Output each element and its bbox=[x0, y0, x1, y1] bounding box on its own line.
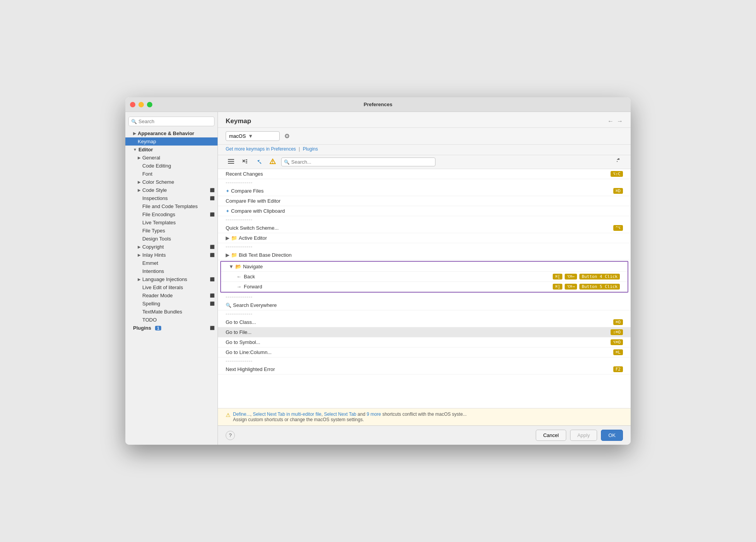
warning-row: ⚠ Define..., Select Next Tab in multi-ed… bbox=[218, 408, 631, 425]
sidebar-item-file-types[interactable]: File Types bbox=[125, 227, 218, 235]
plugins-link[interactable]: Plugins bbox=[303, 146, 318, 152]
sidebar-item-label: Font bbox=[142, 171, 152, 177]
key-row-compare-clipboard[interactable]: ✦ Compare with Clipboard bbox=[218, 206, 631, 216]
keymap-list[interactable]: Recent Changes ⌥⇧C -------------- ✦ Comp… bbox=[218, 169, 631, 408]
key-row-next-error[interactable]: Next Highlighted Error F2 bbox=[218, 364, 631, 374]
sidebar-item-reader-mode[interactable]: Reader Mode ⬛ bbox=[125, 291, 218, 300]
sidebar-item-design-tools[interactable]: Design Tools bbox=[125, 235, 218, 243]
sidebar-item-file-encodings[interactable]: File Encodings ⬛ bbox=[125, 210, 218, 218]
key-row-forward[interactable]: → Forward ⌘] ⌥⌘→ Button 5 Click bbox=[221, 282, 628, 292]
sidebar-item-general[interactable]: ▶ General bbox=[125, 154, 218, 162]
assign-shortcut-button[interactable] bbox=[253, 158, 264, 166]
sidebar-item-inspections[interactable]: Inspections ⬛ bbox=[125, 194, 218, 202]
key-row-goto-line[interactable]: Go to Line:Column... ⌘L bbox=[218, 347, 631, 357]
sidebar-item-font[interactable]: Font bbox=[125, 170, 218, 178]
more-conflicts-link[interactable]: 9 more bbox=[366, 412, 381, 417]
select-next-tab-link[interactable]: Select Next Tab in multi-editor file bbox=[253, 412, 321, 417]
back-arrow-icon: ← bbox=[236, 274, 241, 279]
badge-icon: ⬛ bbox=[210, 293, 214, 298]
ok-button[interactable]: OK bbox=[601, 430, 623, 441]
sidebar-item-live-templates[interactable]: Live Templates bbox=[125, 218, 218, 227]
chevron-right-icon: ▶ bbox=[138, 245, 141, 249]
sidebar-item-intentions[interactable]: Intentions bbox=[125, 267, 218, 275]
key-row-back[interactable]: ← Back ⌘[ ⌥⌘← Button 4 Click bbox=[221, 272, 628, 282]
sidebar-item-code-editing[interactable]: Code Editing bbox=[125, 162, 218, 170]
sidebar-item-todo[interactable]: TODO bbox=[125, 316, 218, 324]
restore-defaults-button[interactable] bbox=[617, 158, 623, 166]
sidebar-item-emmet[interactable]: Emmet bbox=[125, 259, 218, 267]
sidebar-item-label: Spelling bbox=[142, 301, 160, 307]
sidebar-item-appearance[interactable]: ▶ Appearance & Behavior bbox=[125, 129, 218, 137]
sidebar-item-label: Keymap bbox=[138, 139, 156, 144]
filter-modified-button[interactable] bbox=[240, 158, 250, 166]
navigate-group: ▼ 📂 Navigate ← Back ⌘[ ⌥⌘← Button 4 Clic… bbox=[220, 261, 628, 293]
key-row-goto-symbol[interactable]: Go to Symbol... ⌥⌘O bbox=[218, 337, 631, 347]
sidebar-item-plugins[interactable]: Plugins 1 ⬛ bbox=[125, 324, 218, 332]
key-row-goto-file[interactable]: Go to File... ⇧⌘O bbox=[218, 327, 631, 337]
sidebar-item-inlay-hints[interactable]: ▶ Inlay Hints ⬛ bbox=[125, 251, 218, 259]
sidebar-item-color-scheme[interactable]: ▶ Color Scheme bbox=[125, 178, 218, 186]
dropdown-value: macOS bbox=[229, 133, 246, 139]
sidebar-item-live-edit[interactable]: Live Edit of literals bbox=[125, 283, 218, 291]
key-row-recent-changes[interactable]: Recent Changes ⌥⇧C bbox=[218, 169, 631, 179]
keymap-search-input[interactable] bbox=[291, 159, 433, 165]
separator-row: -------------- bbox=[218, 216, 631, 223]
warning-filter-button[interactable] bbox=[267, 158, 278, 166]
keymap-search-box[interactable]: 🔍 bbox=[281, 158, 435, 166]
select-next-tab-link2[interactable]: Select Next Tab bbox=[324, 412, 356, 417]
key-label: Go to File... bbox=[226, 329, 611, 335]
help-button[interactable]: ? bbox=[226, 431, 235, 440]
maximize-button[interactable] bbox=[147, 102, 152, 107]
sidebar-search-box[interactable]: 🔍 bbox=[128, 117, 214, 126]
key-label: Go to Symbol... bbox=[226, 339, 611, 345]
keymap-dropdown[interactable]: macOS ▼ bbox=[226, 131, 280, 141]
key-row-quick-switch[interactable]: Quick Switch Scheme... ^⌥ bbox=[218, 223, 631, 233]
close-button[interactable] bbox=[130, 102, 135, 107]
apply-button[interactable]: Apply bbox=[570, 430, 597, 441]
key-row-compare-file-editor[interactable]: Compare File with Editor bbox=[218, 196, 631, 206]
sidebar-item-file-code-templates[interactable]: File and Code Templates bbox=[125, 202, 218, 210]
main-content: 🔍 ▶ Appearance & Behavior Keymap ▼ Edito… bbox=[125, 112, 631, 445]
chevron-right-icon: ▶ bbox=[226, 252, 230, 258]
sidebar-item-code-style[interactable]: ▶ Code Style ⬛ bbox=[125, 186, 218, 194]
sidebar-item-label: Language Injections bbox=[142, 276, 187, 282]
restore-icon bbox=[617, 158, 623, 164]
cancel-button[interactable]: Cancel bbox=[536, 430, 566, 441]
key-label: Compare with Clipboard bbox=[231, 208, 623, 214]
filter-all-button[interactable] bbox=[226, 158, 236, 166]
sidebar-item-editor[interactable]: ▼ Editor bbox=[125, 146, 218, 154]
plugins-badge: 1 bbox=[155, 326, 161, 330]
key-row-active-editor[interactable]: ▶ 📁 Active Editor bbox=[218, 233, 631, 243]
key-row-navigate[interactable]: ▼ 📂 Navigate bbox=[221, 262, 628, 272]
key-row-goto-class[interactable]: Go to Class... ⌘O bbox=[218, 317, 631, 327]
key-row-compare-files[interactable]: ✦ Compare Files ⌘D bbox=[218, 186, 631, 196]
sidebar-item-copyright[interactable]: ▶ Copyright ⬛ bbox=[125, 243, 218, 251]
shortcut-badge: ^⌥ bbox=[613, 225, 623, 231]
sidebar-item-label: Code Style bbox=[142, 187, 167, 193]
define-link[interactable]: Define... bbox=[233, 412, 250, 417]
key-row-search-everywhere[interactable]: 🔍 Search Everywhere bbox=[218, 300, 631, 310]
key-shortcuts: ⌘] ⌥⌘→ Button 5 Click bbox=[553, 284, 620, 290]
nav-forward-button[interactable]: → bbox=[617, 118, 623, 125]
sidebar-item-language-injections[interactable]: ▶ Language Injections ⬛ bbox=[125, 275, 218, 283]
warning-filter-icon bbox=[270, 158, 276, 164]
sidebar-item-keymap[interactable]: Keymap bbox=[125, 137, 218, 146]
key-label: Quick Switch Scheme... bbox=[226, 225, 613, 231]
minimize-button[interactable] bbox=[138, 102, 144, 107]
get-more-keymaps-link[interactable]: Get more keymaps in Preferences bbox=[226, 146, 296, 152]
warning-text: Define..., Select Next Tab in multi-edit… bbox=[233, 412, 467, 422]
sidebar-search-input[interactable] bbox=[138, 119, 212, 124]
key-row-bidi[interactable]: ▶ 📁 Bidi Text Base Direction bbox=[218, 250, 631, 260]
gear-button[interactable]: ⚙ bbox=[283, 131, 291, 141]
keymap-toolbar: macOS ▼ ⚙ bbox=[218, 128, 631, 145]
separator-row: -------------- bbox=[218, 357, 631, 364]
shortcut-badge: ⇧⌘O bbox=[611, 329, 623, 335]
nav-back-button[interactable]: ← bbox=[608, 118, 614, 125]
sidebar-item-label: General bbox=[142, 155, 160, 161]
sidebar-item-spelling[interactable]: Spelling ⬛ bbox=[125, 300, 218, 308]
key-shortcuts: ⌥⇧C bbox=[611, 171, 623, 177]
chevron-right-icon: ▶ bbox=[138, 188, 141, 192]
badge-icon: ⬛ bbox=[210, 326, 214, 330]
sidebar-item-textmate-bundles[interactable]: TextMate Bundles bbox=[125, 308, 218, 316]
panel-header: Keymap ← → bbox=[218, 112, 631, 128]
